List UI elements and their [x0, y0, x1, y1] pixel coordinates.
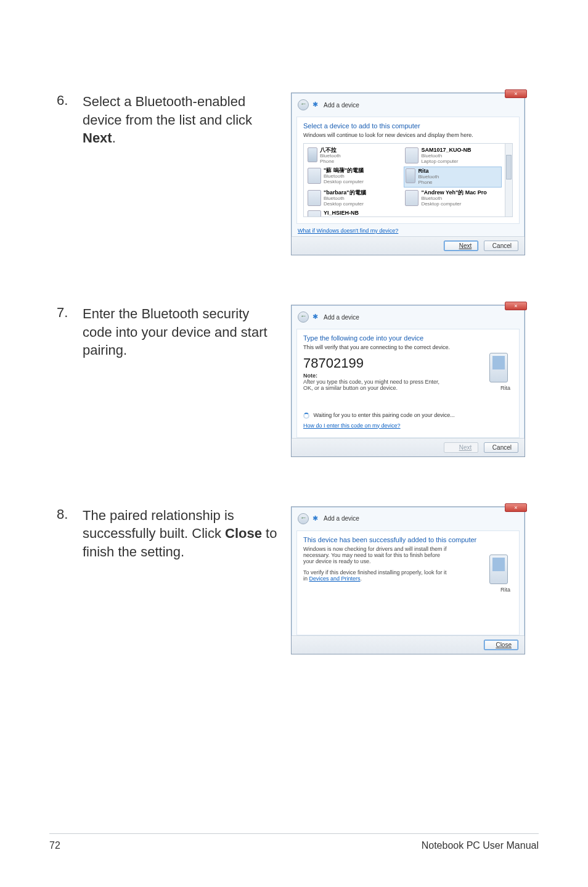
scrollbar[interactable] — [505, 144, 512, 217]
note-text: After you type this code, you might need… — [303, 379, 445, 391]
note-label: Note: — [303, 373, 513, 379]
help-link[interactable]: What if Windows doesn't find my device? — [298, 228, 398, 234]
step-text: Enter the Bluetooth security code into y… — [83, 305, 280, 360]
close-button-label: Close — [496, 642, 512, 648]
verify-text: To verify if this device finished instal… — [303, 569, 451, 582]
window-title: Add a device — [324, 515, 359, 522]
device-subtype: Desktop computer — [324, 202, 366, 207]
back-icon[interactable] — [298, 99, 309, 110]
next-button: Next — [444, 442, 478, 453]
back-icon[interactable] — [298, 513, 309, 524]
pairing-code: 78702199 — [303, 355, 513, 371]
dialog-heading: Type the following code into your device — [303, 334, 513, 342]
dialog-add-device-code: × Add a device Type the following code i… — [291, 305, 525, 457]
device-subtype: Desktop computer — [421, 202, 486, 207]
device-item[interactable]: "蘇 嗚蒨"的電腦BluetoothDesktop computer — [306, 167, 404, 186]
dialog-heading: This device has been successfully added … — [303, 536, 513, 543]
bluetooth-icon — [312, 514, 320, 523]
laptop-icon — [405, 147, 419, 163]
laptop-icon — [308, 210, 321, 217]
device-list[interactable]: 八不拉BluetoothPhoneSAM1017_KUO-NBBluetooth… — [303, 143, 513, 217]
desktop-icon — [308, 168, 321, 184]
device-item[interactable]: 八不拉BluetoothPhone — [306, 146, 404, 165]
help-link[interactable]: How do I enter this code on my device? — [303, 423, 401, 429]
phone-icon — [489, 353, 508, 382]
dialog-add-device-success: × Add a device This device has been succ… — [291, 506, 525, 654]
next-button[interactable]: Next — [444, 241, 478, 251]
phone-icon — [308, 147, 317, 162]
dialog-heading: Select a device to add to this computer — [303, 122, 513, 130]
dialog-add-device-select: × Add a device Select a device to add to… — [291, 93, 525, 255]
device-item[interactable]: RitaBluetoothPhone — [404, 167, 501, 187]
window-title: Add a device — [324, 314, 359, 321]
bluetooth-icon — [312, 313, 320, 321]
cancel-button[interactable]: Cancel — [484, 442, 518, 453]
device-item[interactable]: "barbara"的電腦BluetoothDesktop computer — [306, 189, 404, 208]
device-subtype: Phone — [320, 159, 341, 165]
manual-title: Notebook PC User Manual — [422, 840, 539, 851]
close-icon[interactable]: × — [505, 89, 527, 98]
device-caption: Rita — [500, 587, 510, 593]
verify-suffix: . — [361, 576, 362, 582]
step-number: 7. — [49, 305, 71, 321]
step-number: 8. — [49, 506, 71, 522]
device-type: Bluetooth — [324, 217, 359, 217]
phone-icon — [406, 168, 415, 183]
dialog-description: Windows is now checking for drivers and … — [303, 546, 451, 564]
spinner-icon — [303, 413, 309, 419]
step-text: The paired relationship is successfully … — [83, 506, 280, 561]
step-number: 6. — [49, 93, 71, 109]
bluetooth-icon — [312, 101, 320, 109]
waiting-status: Waiting for you to enter this pairing co… — [303, 412, 513, 419]
desktop-icon — [405, 190, 419, 206]
device-subtype: Laptop computer — [421, 159, 471, 165]
device-item[interactable]: YI_HSIEH-NBBluetooth — [306, 209, 404, 217]
cancel-button[interactable]: Cancel — [484, 241, 518, 251]
devices-printers-link[interactable]: Devices and Printers — [309, 576, 361, 582]
close-icon[interactable]: × — [505, 302, 527, 310]
page-number: 72 — [49, 840, 60, 851]
close-icon[interactable]: × — [505, 503, 527, 512]
phone-icon — [489, 555, 508, 584]
waiting-text: Waiting for you to enter this pairing co… — [314, 412, 455, 418]
device-caption: Rita — [500, 385, 510, 391]
next-button-label: Next — [459, 444, 472, 451]
dialog-subheading: Windows will continue to look for new de… — [303, 132, 513, 138]
dialog-subheading: This will verify that you are connecting… — [303, 344, 513, 350]
step-text: Select a Bluetooth-enabled device from t… — [83, 93, 280, 147]
next-button-label: Next — [459, 242, 472, 249]
window-title: Add a device — [324, 102, 359, 109]
device-item[interactable]: SAM1017_KUO-NBBluetoothLaptop computer — [404, 146, 501, 165]
desktop-icon — [308, 190, 321, 206]
close-button[interactable]: Close — [484, 640, 518, 650]
device-subtype: Phone — [418, 180, 439, 186]
device-item[interactable]: "Andrew Yeh"的 Mac ProBluetoothDesktop co… — [404, 189, 501, 208]
device-subtype: Desktop computer — [324, 179, 364, 185]
back-icon[interactable] — [298, 311, 309, 323]
